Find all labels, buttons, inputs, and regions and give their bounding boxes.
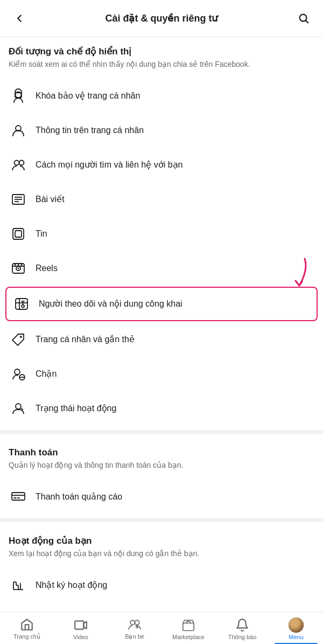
svg-point-5 — [15, 160, 19, 165]
nav-label-notifications: Thông báo — [228, 634, 257, 640]
svg-point-17 — [15, 264, 16, 266]
svg-rect-11 — [13, 228, 24, 239]
payment-section-title: Thanh toán — [9, 447, 314, 458]
nav-label-home: Trang chủ — [13, 633, 40, 640]
nav-item-home[interactable]: Trang chủ — [0, 612, 54, 644]
menu-item-block[interactable]: Chặn — [0, 357, 323, 391]
menu-item-find-contact[interactable]: Cách mọi người tìm và liên hệ với bạn — [0, 148, 323, 182]
activity-log-icon — [9, 576, 28, 595]
menu-item-activity-log-label: Nhật ký hoạt động — [36, 580, 107, 590]
video-icon — [73, 618, 88, 633]
profile-tag-icon — [9, 330, 28, 349]
activity-status-icon — [9, 399, 28, 418]
menu-item-stories-label: Tin — [36, 229, 47, 239]
menu-item-profile-lock-label: Khóa bảo vệ trang cá nhân — [36, 91, 140, 101]
menu-item-ad-payment[interactable]: Thanh toán quảng cáo — [0, 479, 323, 514]
svg-point-23 — [22, 304, 24, 307]
marketplace-icon — [181, 618, 196, 633]
menu-item-followers-label: Người theo dõi và nội dung công khai — [39, 299, 182, 309]
menu-item-activity-log[interactable]: Nhật ký hoạt động — [0, 568, 323, 603]
nav-item-marketplace[interactable]: Marketplace — [162, 612, 215, 644]
profile-info-icon — [9, 121, 28, 140]
audience-section-desc: Kiểm soát xem ai có thể nhìn thấy nội du… — [9, 59, 314, 70]
svg-point-26 — [20, 336, 22, 338]
divider-1 — [0, 430, 323, 434]
svg-point-30 — [16, 404, 21, 409]
activity-menu-list: Nhật ký hoạt động — [0, 568, 323, 603]
nav-item-friends[interactable]: Bạn bè — [108, 612, 162, 644]
notifications-icon — [235, 618, 250, 633]
svg-rect-48 — [183, 623, 194, 631]
menu-item-reels[interactable]: Reels — [0, 251, 323, 286]
home-icon — [19, 617, 34, 632]
svg-point-44 — [130, 620, 135, 625]
menu-item-reels-label: Reels — [36, 264, 58, 273]
menu-item-posts[interactable]: Bài viết — [0, 182, 323, 217]
svg-rect-20 — [16, 299, 27, 309]
nav-label-marketplace: Marketplace — [172, 634, 205, 640]
activity-section-title: Hoạt động của bạn — [9, 535, 314, 546]
menu-item-activity-status-label: Trạng thái hoạt động — [36, 403, 116, 413]
audience-section: Đối tượng và chế độ hiển thị Kiểm soát x… — [0, 37, 323, 79]
menu-item-profile-lock[interactable]: Khóa bảo vệ trang cá nhân — [0, 79, 323, 113]
search-button[interactable] — [293, 8, 314, 29]
menu-item-block-label: Chặn — [36, 369, 57, 379]
svg-point-15 — [18, 267, 19, 269]
followers-icon — [12, 294, 31, 314]
nav-label-friends: Bạn bè — [125, 633, 144, 640]
ad-payment-icon — [9, 487, 28, 506]
menu-item-profile-info-label: Thông tin trên trang cá nhân — [36, 126, 144, 135]
svg-rect-42 — [75, 621, 83, 629]
nav-label-menu: Menu — [289, 634, 304, 640]
menu-item-profile-tag[interactable]: Trang cá nhân và gắn thẻ — [0, 322, 323, 357]
svg-marker-43 — [83, 621, 86, 628]
svg-point-19 — [21, 264, 23, 266]
posts-icon — [9, 190, 28, 209]
nav-item-video[interactable]: Video — [54, 612, 108, 644]
menu-item-profile-tag-label: Trang cá nhân và gắn thẻ — [36, 334, 135, 344]
svg-point-27 — [15, 369, 20, 375]
svg-point-6 — [19, 160, 24, 165]
find-contact-icon — [9, 155, 28, 175]
block-icon — [9, 364, 28, 384]
payment-menu-list: Thanh toán quảng cáo — [0, 479, 323, 514]
friends-icon — [127, 617, 142, 632]
menu-item-stories[interactable]: Tin — [0, 217, 323, 251]
svg-rect-12 — [15, 231, 22, 237]
back-button[interactable] — [9, 8, 30, 29]
menu-item-ad-payment-label: Thanh toán quảng cáo — [36, 491, 122, 502]
svg-point-18 — [18, 264, 19, 266]
audience-section-title: Đối tượng và chế độ hiển thị — [9, 46, 314, 57]
nav-item-notifications[interactable]: Thông báo — [215, 612, 269, 644]
profile-lock-icon — [9, 86, 28, 106]
menu-item-posts-label: Bài viết — [36, 194, 65, 204]
activity-section: Hoạt động của bạn Xem lại hoạt động của … — [0, 527, 323, 568]
payment-section: Thanh toán Quản lý hoạt động và thông ti… — [0, 439, 323, 480]
audience-menu-list: Khóa bảo vệ trang cá nhân Thông tin trên… — [0, 79, 323, 426]
stories-icon — [9, 224, 28, 244]
divider-2 — [0, 518, 323, 522]
svg-point-45 — [135, 620, 139, 625]
nav-item-menu[interactable]: Menu — [269, 612, 323, 644]
payment-section-desc: Quản lý hoạt động và thông tin thanh toá… — [9, 460, 314, 471]
page-title: Cài đặt & quyền riêng tư — [30, 12, 293, 24]
header: Cài đặt & quyền riêng tư — [0, 0, 323, 37]
menu-item-followers[interactable]: Người theo dõi và nội dung công khai — [5, 287, 318, 321]
nav-label-video: Video — [73, 634, 88, 640]
svg-rect-31 — [12, 493, 25, 500]
menu-item-activity-status[interactable]: Trạng thái hoạt động — [0, 391, 323, 426]
content: Đối tượng và chế độ hiển thị Kiểm soát x… — [0, 37, 323, 640]
menu-item-find-contact-label: Cách mọi người tìm và liên hệ với bạn — [36, 160, 182, 170]
bottom-nav: Trang chủ Video Bạn bè — [0, 612, 323, 644]
activity-section-desc: Xem lại hoạt động của bạn và nội dung có… — [9, 549, 314, 559]
reels-icon — [9, 259, 28, 278]
menu-avatar — [289, 618, 304, 633]
svg-line-1 — [306, 20, 308, 23]
menu-item-profile-info[interactable]: Thông tin trên trang cá nhân — [0, 113, 323, 148]
